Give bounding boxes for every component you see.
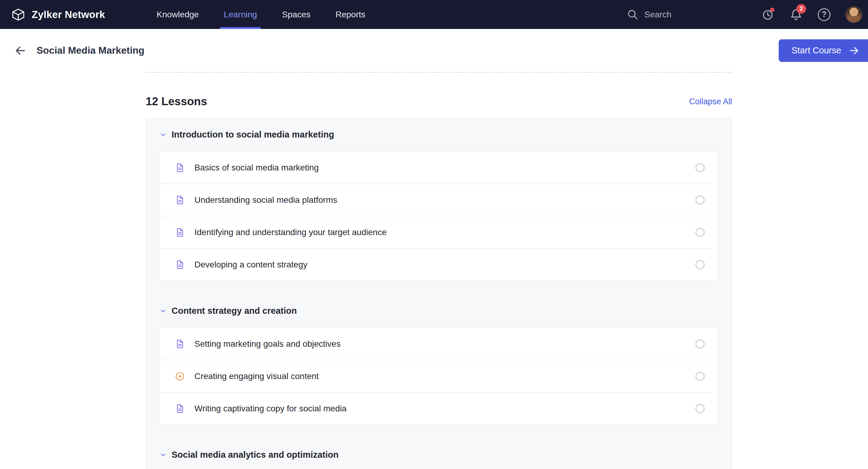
search-icon <box>627 8 639 21</box>
lesson-list: Basics of social media marketing Underst… <box>159 151 718 281</box>
document-icon <box>175 228 185 237</box>
notifications-button[interactable]: 2 <box>789 8 803 22</box>
lesson-label: Identifying and understanding your targe… <box>194 228 386 237</box>
section-title: Introduction to social media marketing <box>172 129 334 140</box>
primary-nav: Knowledge Learning Spaces Reports <box>144 0 378 29</box>
lesson-row[interactable]: Identifying and understanding your targe… <box>159 216 718 248</box>
search-label: Search <box>644 10 672 20</box>
arrow-left-icon <box>14 45 27 57</box>
document-icon <box>175 339 185 349</box>
completion-radio <box>695 196 705 205</box>
lesson-row[interactable]: Understanding social media platforms <box>159 183 718 216</box>
lesson-row[interactable]: Creating engaging visual content <box>159 360 718 392</box>
completion-radio <box>695 163 705 172</box>
course-content: 12 Lessons Collapse All Introduction to … <box>146 72 732 469</box>
course-title: Social Media Marketing <box>37 45 145 56</box>
brand[interactable]: Zylker Network <box>11 7 105 22</box>
lesson-row[interactable]: Writing captivating copy for social medi… <box>159 392 718 425</box>
section-title: Content strategy and creation <box>172 306 297 316</box>
nav-item-learning[interactable]: Learning <box>211 0 270 29</box>
activity-alert-dot <box>770 8 774 12</box>
lesson-label: Developing a content strategy <box>194 260 307 270</box>
help-button[interactable]: ? <box>817 8 831 22</box>
lessons-count-heading: 12 Lessons <box>146 95 207 108</box>
section-analytics: Social media analytics and optimization <box>159 450 718 460</box>
section-header[interactable]: Content strategy and creation <box>159 306 718 316</box>
lesson-label: Understanding social media platforms <box>194 195 337 205</box>
completion-radio <box>695 372 705 381</box>
lesson-label: Writing captivating copy for social medi… <box>194 404 346 413</box>
completion-radio <box>695 260 705 269</box>
collapse-all-link[interactable]: Collapse All <box>689 97 732 107</box>
chevron-down-icon[interactable] <box>159 307 167 315</box>
help-icon: ? <box>818 8 831 21</box>
document-icon <box>175 195 185 205</box>
notification-badge: 2 <box>796 4 806 14</box>
completion-radio <box>695 404 705 413</box>
nav-item-reports[interactable]: Reports <box>323 0 378 29</box>
section-introduction: Introduction to social media marketing B… <box>159 129 718 281</box>
completion-radio <box>695 228 705 237</box>
lesson-label: Basics of social media marketing <box>194 163 319 173</box>
lesson-label: Setting marketing goals and objectives <box>194 339 340 349</box>
document-icon <box>175 260 185 270</box>
completion-radio <box>695 340 705 349</box>
video-play-icon <box>175 372 185 381</box>
start-course-button[interactable]: Start Course <box>779 39 868 62</box>
course-header: Social Media Marketing Start Course <box>0 29 868 72</box>
page: Zylker Network Knowledge Learning Spaces… <box>0 0 868 469</box>
section-header[interactable]: Introduction to social media marketing <box>159 129 718 140</box>
lessons-card: Introduction to social media marketing B… <box>146 118 732 469</box>
lesson-row[interactable]: Setting marketing goals and objectives <box>159 327 718 360</box>
lessons-bar: 12 Lessons Collapse All <box>146 95 732 108</box>
arrow-right-icon <box>848 45 860 56</box>
brand-logo-icon <box>11 7 26 22</box>
back-button[interactable] <box>13 43 28 58</box>
navbar-right: Search 2 ? <box>627 6 863 23</box>
chevron-down-icon[interactable] <box>159 131 167 139</box>
nav-item-spaces[interactable]: Spaces <box>270 0 323 29</box>
activity-history-button[interactable] <box>761 8 775 22</box>
lesson-label: Creating engaging visual content <box>194 372 319 381</box>
chevron-down-icon[interactable] <box>159 451 167 459</box>
section-header[interactable]: Social media analytics and optimization <box>159 450 718 460</box>
user-avatar[interactable] <box>845 6 863 23</box>
dashed-divider <box>146 72 732 72</box>
nav-item-knowledge[interactable]: Knowledge <box>144 0 212 29</box>
top-navbar: Zylker Network Knowledge Learning Spaces… <box>0 0 868 29</box>
document-icon <box>175 163 185 173</box>
section-title: Social media analytics and optimization <box>172 450 339 460</box>
start-course-label: Start Course <box>792 46 841 56</box>
document-icon <box>175 404 185 413</box>
lesson-row[interactable]: Developing a content strategy <box>159 248 718 281</box>
section-content-strategy: Content strategy and creation Setting ma… <box>159 306 718 425</box>
search-trigger[interactable]: Search <box>627 8 672 21</box>
lesson-list: Setting marketing goals and objectives C… <box>159 327 718 425</box>
lesson-row[interactable]: Basics of social media marketing <box>159 151 718 184</box>
brand-name: Zylker Network <box>32 9 105 21</box>
